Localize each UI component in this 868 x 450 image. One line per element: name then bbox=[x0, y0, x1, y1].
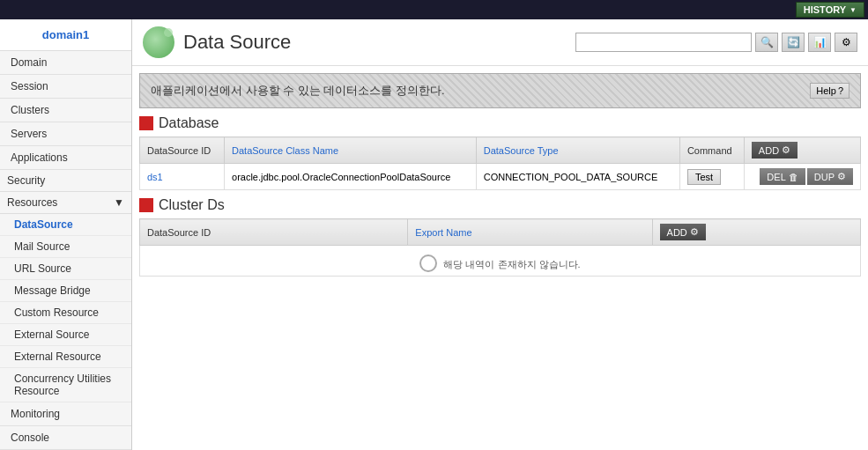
settings-button[interactable]: ⚙ bbox=[835, 33, 857, 52]
del-icon: 🗑 bbox=[789, 172, 798, 182]
empty-icon bbox=[419, 255, 437, 272]
col-datasource-id: DataSource ID bbox=[140, 137, 225, 164]
sidebar-domain[interactable]: domain1 bbox=[0, 19, 131, 51]
cluster-section-icon bbox=[139, 198, 153, 212]
sidebar-section-security[interactable]: Security bbox=[0, 170, 131, 192]
cluster-table: DataSource ID Export Name ADD ⚙ bbox=[139, 218, 861, 277]
col-export-name[interactable]: Export Name bbox=[408, 219, 652, 246]
database-section-icon bbox=[139, 116, 153, 130]
col-datasource-class[interactable]: DataSource Class Name bbox=[225, 137, 477, 164]
export-button[interactable]: 📊 bbox=[808, 33, 831, 52]
content-header: Data Source 🔍 🔄 📊 ⚙ bbox=[132, 19, 868, 66]
ds-id-cell: ds1 bbox=[140, 164, 225, 190]
database-add-button[interactable]: ADD ⚙ bbox=[752, 142, 798, 159]
page-title: Data Source bbox=[183, 31, 291, 54]
sidebar-item-console[interactable]: Console bbox=[0, 426, 131, 450]
add-gear-icon: ⚙ bbox=[782, 144, 790, 156]
sidebar-item-applications[interactable]: Applications bbox=[0, 146, 131, 170]
sidebar-item-external-resource[interactable]: External Resource bbox=[0, 346, 131, 368]
cluster-add-button[interactable]: ADD ⚙ bbox=[660, 224, 706, 240]
col-add-cluster: ADD ⚙ bbox=[652, 219, 860, 246]
history-dropdown-arrow: ▼ bbox=[849, 6, 857, 14]
history-button[interactable]: HISTORY ▼ bbox=[796, 2, 864, 18]
ds-command-cell: Test bbox=[679, 164, 744, 190]
ds-type-cell: CONNECTION_POOL_DATA_SOURCE bbox=[476, 164, 679, 190]
database-table: DataSource ID DataSource Class Name Data… bbox=[139, 136, 861, 190]
sidebar-item-mail-source[interactable]: Mail Source bbox=[0, 236, 131, 258]
cluster-section-title: Cluster Ds bbox=[139, 197, 861, 213]
sidebar-item-domain[interactable]: Domain bbox=[0, 51, 131, 75]
sidebar-item-monitoring[interactable]: Monitoring bbox=[0, 402, 131, 426]
cluster-add-gear-icon: ⚙ bbox=[690, 226, 699, 238]
main-layout: domain1 Domain Session Clusters Servers … bbox=[0, 19, 868, 450]
ds1-link[interactable]: ds1 bbox=[147, 172, 163, 182]
ds-class-cell: oracle.jdbc.pool.OracleConnectionPoolDat… bbox=[225, 164, 477, 190]
sidebar: domain1 Domain Session Clusters Servers … bbox=[0, 19, 132, 450]
top-bar: HISTORY ▼ bbox=[0, 0, 868, 19]
sidebar-item-external-source[interactable]: External Source bbox=[0, 324, 131, 346]
table-row: ds1 oracle.jdbc.pool.OracleConnectionPoo… bbox=[140, 164, 861, 190]
database-section: Database DataSource ID DataSource Class … bbox=[139, 115, 861, 190]
test-button[interactable]: Test bbox=[687, 169, 721, 185]
content-area: Data Source 🔍 🔄 📊 ⚙ 애플리케이션에서 사용할 수 있는 데이… bbox=[132, 19, 868, 450]
empty-row: 해당 내역이 존재하지 않습니다. bbox=[140, 246, 861, 277]
description-text: 애플리케이션에서 사용할 수 있는 데이터소스를 정의한다. bbox=[151, 83, 445, 99]
header-actions: 🔍 🔄 📊 ⚙ bbox=[575, 33, 857, 52]
sidebar-item-url-source[interactable]: URL Source bbox=[0, 258, 131, 280]
datasource-icon bbox=[143, 26, 174, 58]
col-command: Command bbox=[679, 137, 744, 164]
sidebar-item-custom-resource[interactable]: Custom Resource bbox=[0, 302, 131, 324]
del-button[interactable]: DEL 🗑 bbox=[760, 168, 805, 185]
sidebar-item-concurrency[interactable]: Concurrency Utilities Resource bbox=[0, 368, 131, 402]
dup-icon: ⚙ bbox=[837, 171, 846, 182]
sidebar-item-servers[interactable]: Servers bbox=[0, 122, 131, 146]
sidebar-section-resources[interactable]: Resources ▼ bbox=[0, 192, 131, 214]
dup-button[interactable]: DUP ⚙ bbox=[807, 168, 853, 185]
help-button[interactable]: Help ? bbox=[810, 83, 849, 99]
history-label: HISTORY bbox=[804, 4, 846, 15]
ds-action-cell: DEL 🗑 DUP ⚙ bbox=[744, 164, 860, 190]
sidebar-item-message-bridge[interactable]: Message Bridge bbox=[0, 280, 131, 302]
empty-message: 해당 내역이 존재하지 않습니다. bbox=[140, 246, 861, 277]
sidebar-item-datasource[interactable]: DataSource bbox=[0, 214, 131, 236]
col-datasource-type[interactable]: DataSource Type bbox=[476, 137, 679, 164]
search-button[interactable]: 🔍 bbox=[755, 33, 778, 52]
search-input[interactable] bbox=[575, 33, 752, 52]
sidebar-item-session[interactable]: Session bbox=[0, 75, 131, 99]
description-bar: 애플리케이션에서 사용할 수 있는 데이터소스를 정의한다. Help ? bbox=[139, 73, 861, 108]
cluster-section: Cluster Ds DataSource ID Export Name ADD bbox=[139, 197, 861, 277]
database-section-title: Database bbox=[139, 115, 861, 131]
resources-expand-icon: ▼ bbox=[114, 196, 124, 209]
refresh-button[interactable]: 🔄 bbox=[782, 33, 805, 52]
col-add-db: ADD ⚙ bbox=[744, 137, 860, 164]
col-cluster-datasource-id: DataSource ID bbox=[140, 219, 408, 246]
sidebar-item-clusters[interactable]: Clusters bbox=[0, 99, 131, 122]
